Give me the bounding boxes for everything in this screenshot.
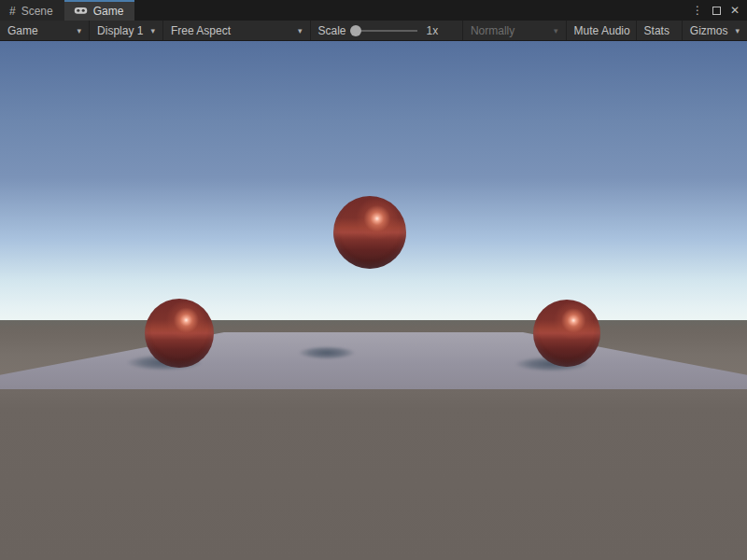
scale-control: Scale 1x (311, 21, 463, 40)
view-mode-label: Game (7, 24, 38, 37)
scale-label: Scale (318, 24, 346, 37)
red-sphere (333, 196, 406, 269)
ground-near (0, 389, 747, 560)
chevron-down-icon: ▾ (735, 26, 740, 35)
red-sphere (145, 299, 214, 368)
maximize-icon[interactable] (712, 7, 721, 15)
mute-audio-button[interactable]: Mute Audio (567, 21, 637, 40)
scale-slider-track (356, 30, 417, 32)
kebab-menu-icon[interactable]: ⋮ (692, 4, 703, 17)
aspect-ratio-dropdown[interactable]: Free Aspect ▾ (163, 21, 311, 40)
gizmos-label: Gizmos (690, 24, 728, 37)
gamepad-icon (74, 6, 88, 17)
view-mode-dropdown[interactable]: Game ▾ (0, 21, 90, 40)
unity-game-window: # Scene Game ⋮ ✕ Game ▾ Display (0, 0, 747, 560)
game-viewport[interactable] (0, 41, 747, 560)
scene-grid-icon: # (9, 6, 16, 17)
scale-slider[interactable] (350, 21, 417, 41)
chevron-down-icon: ▾ (78, 26, 82, 35)
mute-audio-label: Mute Audio (574, 24, 630, 37)
scale-value: 1x (427, 24, 439, 37)
sphere-shadow (299, 346, 355, 359)
tabbar-spacer (134, 0, 684, 21)
display-dropdown[interactable]: Display 1 ▾ (90, 21, 163, 40)
stats-button[interactable]: Stats (637, 21, 683, 40)
scale-slider-knob[interactable] (350, 25, 361, 36)
close-icon[interactable]: ✕ (730, 4, 740, 17)
sky-gradient (0, 41, 747, 320)
chevron-down-icon: ▾ (298, 26, 303, 35)
tab-bar: # Scene Game ⋮ ✕ (0, 0, 747, 21)
tab-scene-label: Scene (21, 5, 53, 18)
red-sphere (533, 300, 600, 367)
play-maximize-dropdown[interactable]: Normally ▾ (463, 21, 567, 40)
chevron-down-icon: ▾ (150, 26, 155, 35)
tab-scene[interactable]: # Scene (0, 0, 64, 21)
aspect-ratio-label: Free Aspect (171, 24, 231, 37)
display-label: Display 1 (97, 24, 143, 37)
play-maximize-label: Normally (471, 24, 514, 37)
game-view-toolbar: Game ▾ Display 1 ▾ Free Aspect ▾ Scale 1… (0, 21, 747, 41)
chevron-down-icon: ▾ (554, 26, 558, 35)
tab-game[interactable]: Game (64, 0, 135, 21)
tab-game-label: Game (93, 5, 124, 18)
window-controls: ⋮ ✕ (684, 0, 747, 21)
stats-label: Stats (644, 24, 669, 37)
gizmos-dropdown[interactable]: Gizmos ▾ (683, 21, 747, 40)
